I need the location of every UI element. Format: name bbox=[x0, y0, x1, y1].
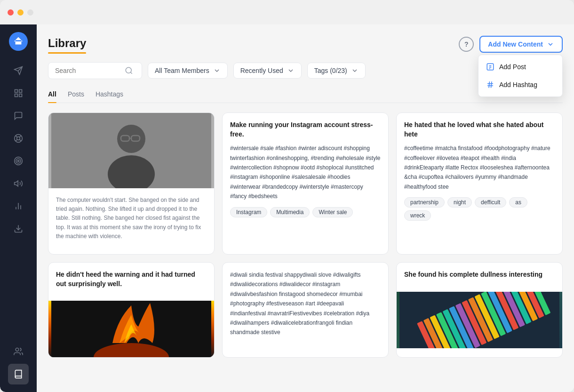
sidebar-item-targets[interactable] bbox=[8, 151, 29, 171]
card-title-6: She found his complete dullness interest… bbox=[404, 270, 555, 280]
recently-used-label: Recently Used bbox=[240, 67, 283, 74]
team-filter-button[interactable]: All Team Members bbox=[148, 63, 228, 79]
sidebar-item-library[interactable] bbox=[8, 364, 29, 384]
card-image-fire bbox=[48, 301, 214, 357]
svg-rect-2 bbox=[15, 90, 18, 93]
svg-point-29 bbox=[126, 67, 131, 73]
tag-instagram: Instagram bbox=[230, 207, 267, 217]
card-title-body-4: He didn't heed the warning and it had tu… bbox=[48, 263, 214, 301]
help-button[interactable]: ? bbox=[459, 37, 474, 52]
recently-chevron-icon bbox=[287, 67, 295, 74]
add-new-label: Add New Content bbox=[488, 40, 543, 48]
svg-line-11 bbox=[16, 139, 17, 141]
sidebar-item-send[interactable] bbox=[8, 60, 29, 81]
tags-filter-label: Tags (0/23) bbox=[314, 67, 347, 74]
svg-rect-4 bbox=[15, 94, 18, 97]
svg-line-9 bbox=[19, 139, 21, 141]
team-filter-label: All Team Members bbox=[155, 67, 209, 74]
tag-wreck: wreck bbox=[404, 210, 431, 221]
content-card-2[interactable]: Make running your Instagram account stre… bbox=[222, 112, 389, 255]
chevron-down-icon bbox=[547, 40, 554, 48]
add-content-dropdown: Add Post Add Hashtag bbox=[478, 55, 563, 97]
svg-point-7 bbox=[17, 137, 20, 140]
search-box[interactable] bbox=[48, 62, 142, 79]
content-card-4[interactable]: He didn't heed the warning and it had tu… bbox=[48, 262, 215, 358]
content-card-1[interactable]: The computer wouldn't start. She banged … bbox=[48, 112, 215, 255]
svg-point-20 bbox=[16, 348, 19, 352]
card-image-pencils bbox=[397, 292, 562, 348]
svg-point-13 bbox=[16, 159, 21, 163]
sidebar bbox=[0, 24, 37, 392]
svg-line-27 bbox=[489, 81, 490, 88]
card-body-5: #diwali sindia festival shappydiwali slo… bbox=[223, 263, 388, 351]
tag-winter-sale: Winter sale bbox=[312, 207, 353, 217]
add-new-content-button[interactable]: Add New Content bbox=[479, 36, 563, 53]
card-tags-2: Instagram Multimedia Winter sale bbox=[230, 207, 381, 217]
sidebar-item-analytics[interactable] bbox=[8, 196, 29, 216]
close-button[interactable] bbox=[8, 9, 14, 16]
svg-rect-3 bbox=[19, 90, 22, 93]
card-body-2: Make running your Instagram account stre… bbox=[223, 113, 388, 225]
add-hashtag-label: Add Hashtag bbox=[499, 81, 537, 88]
minimize-button[interactable] bbox=[17, 9, 24, 16]
header-actions: ? Add New Content bbox=[459, 36, 563, 53]
team-chevron-icon bbox=[213, 67, 221, 74]
content-card-5[interactable]: #diwali sindia festival shappydiwali slo… bbox=[222, 262, 389, 358]
main-content: Library ? Add New Content bbox=[37, 24, 574, 392]
content-grid: The computer wouldn't start. She banged … bbox=[48, 112, 563, 358]
page-title: Library bbox=[48, 37, 86, 52]
card-tags-3: partnership night defficult as wreck bbox=[404, 197, 555, 221]
search-input[interactable] bbox=[55, 67, 121, 74]
sidebar-item-messages[interactable] bbox=[8, 105, 29, 126]
svg-line-28 bbox=[491, 81, 492, 88]
maximize-button[interactable] bbox=[27, 9, 33, 16]
svg-marker-15 bbox=[15, 181, 18, 186]
sidebar-item-campaigns[interactable] bbox=[8, 173, 29, 194]
sidebar-item-network[interactable] bbox=[8, 128, 29, 149]
sidebar-item-download[interactable] bbox=[8, 218, 29, 239]
card-body-1: The computer wouldn't start. She banged … bbox=[48, 188, 214, 254]
tab-posts[interactable]: Posts bbox=[68, 90, 84, 103]
card-hashtags-5: #diwali sindia festival shappydiwali slo… bbox=[230, 270, 381, 337]
tag-night: night bbox=[447, 197, 472, 208]
card-image-bw bbox=[48, 113, 214, 188]
svg-line-30 bbox=[130, 72, 132, 73]
search-icon bbox=[125, 66, 133, 75]
add-post-label: Add Post bbox=[499, 63, 526, 71]
content-card-3[interactable]: He hated that he loved what she hated ab… bbox=[396, 112, 563, 255]
card-text-1: The computer wouldn't start. She banged … bbox=[56, 196, 207, 241]
card-hashtags-3: #coffeetime #matcha finstafood #foodphot… bbox=[404, 144, 555, 192]
content-card-6[interactable]: She found his complete dullness interest… bbox=[396, 262, 563, 358]
post-icon bbox=[486, 63, 494, 71]
svg-rect-5 bbox=[19, 94, 22, 97]
tags-filter-button[interactable]: Tags (0/23) bbox=[307, 63, 366, 79]
card-title-2: Make running your Instagram account stre… bbox=[230, 120, 381, 139]
sidebar-item-team[interactable] bbox=[8, 341, 29, 362]
tab-all[interactable]: All bbox=[48, 90, 56, 103]
card-title-4: He didn't heed the warning and it had tu… bbox=[56, 270, 207, 288]
tag-as: as bbox=[509, 197, 527, 208]
card-body-3: He hated that he loved what she hated ab… bbox=[397, 113, 562, 228]
card-hashtags-2: #wintersale #sale #fashion #winter adisc… bbox=[230, 144, 381, 201]
tag-partnership: partnership bbox=[404, 197, 445, 208]
svg-point-14 bbox=[17, 160, 19, 161]
recently-used-button[interactable]: Recently Used bbox=[233, 63, 302, 79]
tag-multimedia: Multimedia bbox=[270, 207, 310, 217]
card-title-3: He hated that he loved what she hated ab… bbox=[404, 120, 555, 139]
tags-chevron-icon bbox=[351, 67, 359, 74]
card-title-body-6: She found his complete dullness interest… bbox=[397, 263, 562, 292]
svg-line-8 bbox=[16, 136, 17, 137]
add-post-item[interactable]: Add Post bbox=[478, 58, 562, 76]
tab-hashtags[interactable]: Hashtags bbox=[96, 90, 123, 103]
app-logo[interactable] bbox=[9, 32, 28, 51]
library-header: Library ? Add New Content bbox=[48, 36, 563, 53]
svg-line-10 bbox=[19, 136, 21, 137]
tag-defficult: defficult bbox=[475, 197, 506, 208]
sidebar-item-dashboard[interactable] bbox=[8, 83, 29, 104]
add-hashtag-item[interactable]: Add Hashtag bbox=[478, 76, 562, 94]
hashtag-icon bbox=[486, 80, 494, 89]
